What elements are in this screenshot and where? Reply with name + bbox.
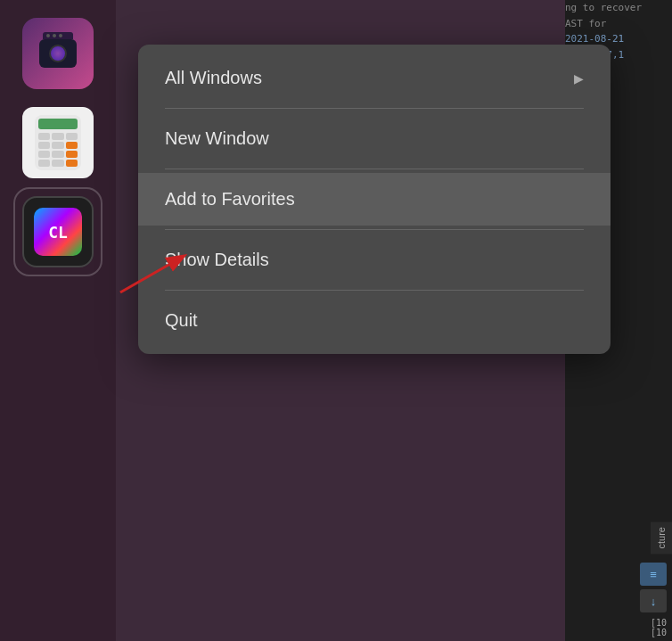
calc-inner <box>35 115 81 170</box>
separator-2 <box>165 168 584 169</box>
dock-icon-clion-wrapper: CL <box>22 196 94 267</box>
menu-item-all-windows[interactable]: All Windows ▶ <box>138 52 611 104</box>
calc-btn-orange-2 <box>66 151 78 158</box>
separator-4 <box>165 290 584 291</box>
calc-btn-orange-3 <box>66 160 78 167</box>
menu-item-all-windows-label: All Windows <box>165 68 262 88</box>
download-icon-btn[interactable]: ↓ <box>640 589 667 612</box>
panel-buttons: ≡ ↓ <box>635 557 672 618</box>
submenu-arrow-icon: ▶ <box>574 71 584 86</box>
bottom-right-panel: cture ≡ ↓ [10[10 <box>565 498 672 641</box>
menu-item-quit[interactable]: Quit <box>138 294 611 347</box>
camera-top <box>43 32 73 39</box>
calc-btn-7 <box>52 151 63 158</box>
bracket-text: [10[10 <box>645 618 672 641</box>
dock: CL <box>0 0 116 641</box>
dock-icon-camera[interactable] <box>22 18 94 89</box>
clion-inner: CL <box>31 205 85 259</box>
structure-label: cture <box>651 522 672 554</box>
menu-item-new-window[interactable]: New Window <box>138 112 611 165</box>
calc-btn-8 <box>38 160 50 167</box>
dock-icon-calculator[interactable] <box>22 107 94 178</box>
camera-dot-2 <box>53 34 56 37</box>
menu-item-add-favorites[interactable]: Add to Favorites <box>138 173 611 226</box>
separator-1 <box>165 108 584 109</box>
menu-item-add-favorites-label: Add to Favorites <box>165 189 295 210</box>
calc-btn-3 <box>66 133 78 140</box>
menu-item-new-window-label: New Window <box>165 128 269 149</box>
menu-item-quit-label: Quit <box>165 310 198 331</box>
clion-label: CL <box>48 223 68 242</box>
camera-dot-3 <box>59 34 62 37</box>
calc-btn-orange <box>66 142 78 149</box>
calc-btn-5 <box>52 142 63 149</box>
calc-display <box>38 119 78 129</box>
calc-buttons <box>38 133 78 167</box>
clion-bg: CL <box>34 208 82 256</box>
separator-3 <box>165 229 584 230</box>
menu-item-show-details-label: Show Details <box>165 250 269 270</box>
menu-item-show-details[interactable]: Show Details <box>138 234 611 286</box>
calc-btn-9 <box>52 160 63 167</box>
dock-icon-clion[interactable]: CL <box>22 196 94 267</box>
calc-btn-1 <box>38 133 50 140</box>
context-menu: All Windows ▶ New Window Add to Favorite… <box>138 45 611 354</box>
camera-dot-1 <box>46 34 50 37</box>
camera-body <box>39 39 77 68</box>
calc-btn-6 <box>38 151 50 158</box>
calc-btn-2 <box>52 133 63 140</box>
calc-btn-4 <box>38 142 50 149</box>
camera-lens <box>49 45 67 62</box>
lines-icon-btn[interactable]: ≡ <box>640 563 667 586</box>
terminal-line1: ng to recover AST for <box>565 0 663 31</box>
